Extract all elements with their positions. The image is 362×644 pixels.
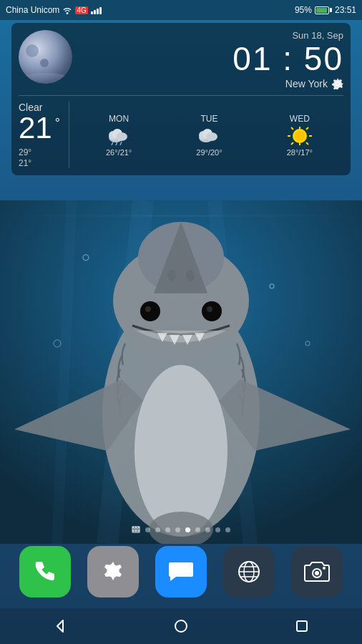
status-right: 95% 23:51 xyxy=(295,5,356,15)
page-dot-6[interactable] xyxy=(195,527,200,532)
temp-current: 21 xyxy=(19,113,52,143)
weather-bottom: Clear 21 ° 29° 21° MON xyxy=(19,95,343,168)
back-icon xyxy=(52,618,68,634)
page-dot-7[interactable] xyxy=(205,527,210,532)
temp-row: 21 ° xyxy=(19,113,60,143)
svg-rect-58 xyxy=(297,621,307,631)
home-icon xyxy=(173,618,189,634)
messages-icon xyxy=(167,558,195,585)
settings-gear-icon[interactable] xyxy=(332,78,343,89)
battery-fill xyxy=(316,8,327,13)
settings-app-icon[interactable] xyxy=(87,546,139,597)
time-display: 01 : 50 xyxy=(79,42,343,75)
svg-point-54 xyxy=(315,571,319,575)
svg-line-46 xyxy=(291,142,293,145)
recents-button[interactable] xyxy=(288,612,316,640)
mon-temps: 26°/21° xyxy=(106,148,132,157)
wifi-icon xyxy=(62,5,72,15)
svg-marker-56 xyxy=(57,620,63,632)
network-4g: 4G xyxy=(75,6,87,14)
page-dot-3[interactable] xyxy=(165,527,170,532)
app-dock xyxy=(0,539,362,605)
temp-minmax: 29° 21° xyxy=(19,147,60,168)
battery-percent: 95% xyxy=(295,5,312,15)
svg-point-57 xyxy=(175,620,187,632)
temp-degree-symbol: ° xyxy=(55,116,60,131)
moon-reflection xyxy=(19,73,72,84)
clock: 23:51 xyxy=(335,5,356,15)
wed-label: WED xyxy=(290,114,310,124)
forecast-mon: MON 26°/21° xyxy=(75,114,162,157)
forecast-tue: TUE 29°/20° xyxy=(165,114,253,157)
carrier-label: China Unicom xyxy=(6,5,59,15)
svg-point-5 xyxy=(134,365,228,537)
temp-low: 21° xyxy=(19,158,60,168)
svg-point-8 xyxy=(140,301,160,321)
date-time-block: Sun 18, Sep 01 : 50 New York xyxy=(79,30,343,89)
svg-line-30 xyxy=(112,142,113,145)
phone-app-icon[interactable] xyxy=(19,546,71,597)
wed-icon xyxy=(287,126,313,146)
location-label: New York xyxy=(285,78,328,89)
battery-indicator xyxy=(315,6,332,14)
svg-point-38 xyxy=(295,131,305,141)
messages-app-icon[interactable] xyxy=(155,546,207,597)
signal-bar-3 xyxy=(97,9,99,14)
globe-icon xyxy=(235,558,263,585)
home-button[interactable] xyxy=(167,612,195,640)
page-dot-2[interactable] xyxy=(155,527,160,532)
phone-icon xyxy=(32,559,58,585)
forecast-days: MON 26°/21° TUE xyxy=(69,102,343,168)
signal-bars xyxy=(91,6,102,14)
page-dot-1[interactable] xyxy=(145,527,150,532)
svg-line-32 xyxy=(120,142,122,145)
svg-point-55 xyxy=(323,567,326,570)
wed-temps: 28°/17° xyxy=(287,148,313,157)
svg-point-29 xyxy=(116,132,127,141)
page-dot-5-active[interactable] xyxy=(185,527,190,532)
recents-icon xyxy=(294,618,310,634)
page-dots xyxy=(0,526,362,533)
battery-tip xyxy=(330,8,332,12)
tue-temps: 29°/20° xyxy=(196,148,222,157)
weather-top: Sun 18, Sep 01 : 50 New York xyxy=(19,30,343,89)
page-dot-9[interactable] xyxy=(225,527,230,532)
moon-image xyxy=(19,30,72,84)
svg-point-9 xyxy=(145,306,151,312)
svg-line-45 xyxy=(306,127,308,130)
camera-app-icon[interactable] xyxy=(291,546,343,597)
date-display: Sun 18, Sep xyxy=(79,30,343,41)
svg-point-36 xyxy=(206,132,217,141)
svg-point-10 xyxy=(202,301,222,321)
mon-icon xyxy=(106,126,132,146)
signal-bar-1 xyxy=(91,11,93,14)
back-button[interactable] xyxy=(46,612,74,640)
tue-label: TUE xyxy=(200,114,217,124)
signal-bar-2 xyxy=(94,10,96,14)
temp-high: 29° xyxy=(19,147,60,157)
weather-widget[interactable]: Sun 18, Sep 01 : 50 New York Clear 21 ° … xyxy=(11,23,351,175)
mon-label: MON xyxy=(109,114,129,124)
status-left: China Unicom 4G xyxy=(6,5,102,15)
svg-point-11 xyxy=(207,306,212,312)
page-dot-4[interactable] xyxy=(175,527,180,532)
settings-icon xyxy=(100,559,126,585)
page-dot-8[interactable] xyxy=(215,527,220,532)
svg-line-43 xyxy=(291,127,293,130)
shark-background xyxy=(0,200,362,544)
tue-icon xyxy=(196,126,222,146)
signal-bar-4 xyxy=(99,7,102,14)
forecast-wed: WED 28°/1 xyxy=(256,114,343,157)
camera-icon xyxy=(303,558,331,585)
location-line: New York xyxy=(79,78,343,89)
current-weather: Clear 21 ° 29° 21° xyxy=(19,102,69,168)
battery-body xyxy=(315,6,329,14)
browser-app-icon[interactable] xyxy=(223,546,275,597)
status-bar: China Unicom 4G 95% 23:51 xyxy=(0,0,362,20)
app-drawer-dot[interactable] xyxy=(132,526,140,533)
nav-bar xyxy=(0,608,362,644)
svg-line-44 xyxy=(306,142,308,145)
